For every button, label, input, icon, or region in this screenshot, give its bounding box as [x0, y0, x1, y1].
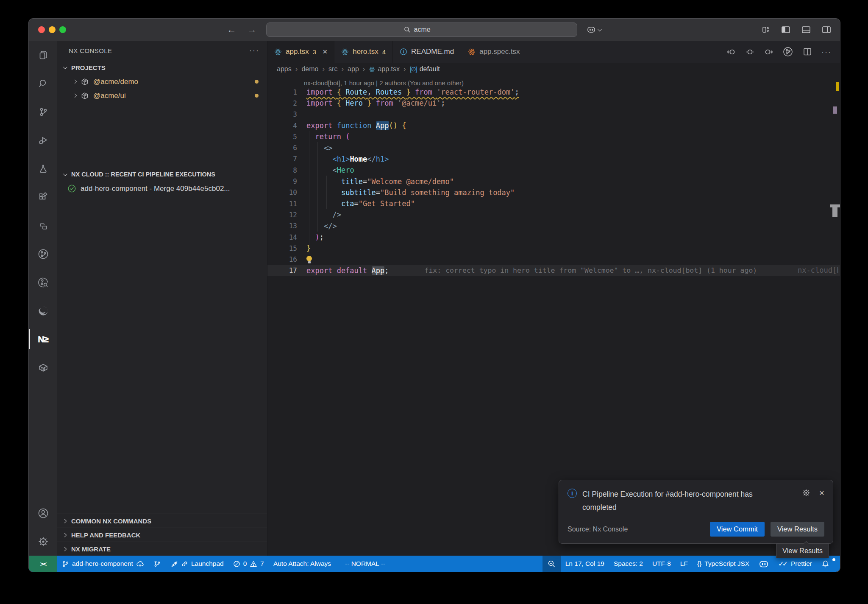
explorer-icon[interactable]	[29, 41, 57, 69]
status-language[interactable]: {} TypeScript JSX	[693, 556, 754, 572]
project-item[interactable]: @acme/demo	[57, 75, 267, 89]
copilot-menu[interactable]	[587, 26, 601, 34]
package-icon	[81, 92, 89, 100]
react-icon	[468, 48, 476, 56]
code-line[interactable]: 10 subtitle="Build something amazing tod…	[267, 187, 840, 198]
next-change-icon[interactable]	[764, 47, 773, 57]
more-actions-icon[interactable]: ···	[249, 46, 259, 55]
project-item[interactable]: @acme/ui	[57, 89, 267, 103]
forward-icon[interactable]: →	[248, 24, 257, 35]
toggle-sidebar-icon[interactable]	[781, 25, 791, 34]
status-auto-attach[interactable]: Auto Attach: Always	[269, 556, 336, 572]
sidebar: NX CONSOLE ··· PROJECTS @acme/demo @acme…	[57, 41, 267, 556]
breadcrumb-item[interactable]: [∅] default	[410, 65, 440, 73]
modified-dot-badge	[255, 94, 259, 98]
code-line[interactable]: 12 />	[267, 209, 840, 220]
previous-change-icon[interactable]	[726, 47, 736, 57]
status-encoding[interactable]: UTF-8	[648, 556, 676, 572]
edge-tools-icon[interactable]	[29, 296, 57, 325]
inline-blame: fix: correct typo in hero title from "We…	[425, 266, 757, 274]
view-results-button[interactable]: View Results	[771, 522, 824, 537]
view-commit-button[interactable]: View Commit	[710, 522, 765, 537]
status-eol[interactable]: LF	[676, 556, 693, 572]
section-nx-migrate[interactable]: NX MIGRATE	[57, 542, 267, 556]
breadcrumb-item[interactable]: apps	[277, 65, 292, 73]
breadcrumb-item[interactable]: app.tsx	[369, 65, 400, 73]
code-line[interactable]: 3	[267, 109, 840, 120]
code-line[interactable]: 17export default App;fix: correct typo i…	[267, 265, 840, 276]
lightbulb-icon[interactable]	[306, 255, 312, 263]
code-line[interactable]: 15}	[267, 243, 840, 254]
code-line[interactable]: 11 cta="Get Started"	[267, 198, 840, 209]
code-line[interactable]: 14 );	[267, 232, 840, 243]
code-line[interactable]: 2import { Hero } from '@acme/ui';	[267, 98, 840, 109]
view-results-tooltip: View Results	[776, 543, 829, 558]
tab-readme-md[interactable]: README.md	[393, 41, 461, 63]
code-line[interactable]: 4export function App() {	[267, 120, 840, 131]
split-editor-icon[interactable]	[802, 47, 812, 57]
check-circle-icon	[67, 184, 76, 193]
chevron-right-icon	[63, 519, 67, 523]
code-line[interactable]: 8 <Hero	[267, 165, 840, 176]
search-input[interactable]	[414, 26, 440, 34]
tab-hero-tsx[interactable]: hero.tsx 4	[334, 41, 393, 63]
settings-gear-icon[interactable]	[29, 527, 57, 556]
close-icon[interactable]: ×	[323, 47, 327, 56]
tab-problem-badge: 4	[382, 48, 386, 56]
section-common-nx-commands[interactable]: COMMON NX COMMANDS	[57, 514, 267, 528]
code-line[interactable]: 6 <>	[267, 142, 840, 153]
code-line[interactable]: 16	[267, 254, 840, 265]
toggle-secondary-sidebar-icon[interactable]	[821, 25, 832, 34]
status-problems[interactable]: 0 7	[228, 556, 269, 572]
toggle-panel-icon[interactable]	[801, 25, 811, 34]
status-copilot[interactable]	[754, 556, 773, 572]
gitlens-graph-icon[interactable]	[782, 46, 793, 57]
close-icon[interactable]: ×	[819, 488, 824, 498]
containers-icon[interactable]	[29, 353, 57, 382]
testing-icon[interactable]	[29, 154, 57, 183]
status-indentation[interactable]: Spaces: 2	[609, 556, 648, 572]
status-launchpad[interactable]: Launchpad	[166, 556, 228, 572]
chevron-right-icon	[73, 94, 77, 98]
tab-app-spec-tsx[interactable]: app.spec.tsx	[461, 41, 527, 63]
status-cursor-position[interactable]: Ln 17, Col 19	[561, 556, 609, 572]
run-debug-icon[interactable]	[29, 126, 57, 154]
close-window-button[interactable]	[38, 26, 45, 33]
code-line[interactable]: 13 </>	[267, 221, 840, 232]
extensions-icon[interactable]	[29, 183, 57, 211]
pipeline-execution-item[interactable]: add-hero-component - Merge 409b44e5cb02.…	[57, 182, 267, 196]
customize-layout-icon[interactable]	[761, 25, 771, 34]
account-icon[interactable]	[29, 499, 57, 527]
commit-graph-icon[interactable]	[29, 268, 57, 296]
code-line[interactable]: 5 return (	[267, 131, 840, 142]
status-zoom[interactable]	[542, 556, 561, 572]
remote-explorer-icon[interactable]	[29, 211, 57, 240]
tab-app-tsx[interactable]: app.tsx 3 ×	[267, 41, 334, 63]
command-center-search[interactable]	[266, 22, 577, 37]
section-help-and-feedback[interactable]: HELP AND FEEDBACK	[57, 528, 267, 542]
code-line[interactable]: 7 <h1>Home</h1>	[267, 154, 840, 165]
breadcrumb-item[interactable]: demo	[301, 65, 318, 73]
status-commit-graph[interactable]	[149, 556, 166, 572]
section-nx-cloud[interactable]: NX CLOUD :: RECENT CI PIPELINE EXECUTION…	[57, 167, 267, 182]
search-sidebar-icon[interactable]	[29, 69, 57, 98]
notification-settings-gear-icon[interactable]	[801, 488, 811, 498]
breadcrumb-item[interactable]: app	[348, 65, 359, 73]
breadcrumb-item[interactable]: src	[328, 65, 337, 73]
code-line[interactable]: 9 title="Welcome @acme/demo"	[267, 176, 840, 187]
section-projects[interactable]: PROJECTS	[57, 60, 267, 75]
source-control-icon[interactable]	[29, 98, 57, 126]
minimize-window-button[interactable]	[49, 26, 56, 33]
zoom-window-button[interactable]	[59, 26, 66, 33]
more-actions-icon[interactable]: ···	[821, 48, 832, 56]
gitlens-icon[interactable]	[29, 240, 57, 268]
code-line[interactable]: 1import { Route, Routes } from 'react-ro…	[267, 87, 840, 98]
notification-source: Source: Nx Console	[568, 526, 628, 533]
nx-console-icon[interactable]: N≥	[29, 325, 57, 353]
remote-indicator[interactable]: ><	[29, 556, 57, 572]
compare-icon[interactable]	[745, 47, 755, 57]
pipeline-label: add-hero-component - Merge 409b44e5cb02.…	[81, 185, 230, 193]
status-vim-mode[interactable]: -- NORMAL --	[336, 556, 390, 572]
back-icon[interactable]: ←	[227, 24, 236, 35]
status-branch[interactable]: add-hero-component	[57, 556, 149, 572]
